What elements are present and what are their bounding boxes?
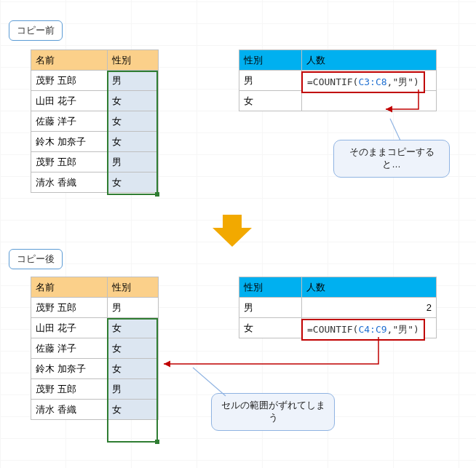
table-row: 茂野 五郎男 (31, 152, 159, 172)
header-name: 名前 (31, 277, 108, 298)
result-male: 2 (302, 298, 437, 318)
formula-suffix: ,"男") (387, 76, 419, 87)
table-row: 清水 香織女 (31, 172, 159, 193)
table-row: 茂野 五郎男 (31, 379, 159, 400)
people-table-after: 名前 性別 茂野 五郎男 山田 花子女 佐藤 洋子女 鈴木 加奈子女 茂野 五郎… (31, 277, 159, 420)
table-row: 鈴木 加奈子女 (31, 359, 159, 379)
tag-before: コピー前 (9, 20, 63, 41)
header-name: 名前 (31, 50, 108, 71)
formula-suffix: ,"男") (387, 324, 419, 335)
table-row: 男2 (239, 298, 437, 318)
table-row: 清水 香織女 (31, 400, 159, 420)
formula-overlay-before: =COUNTIF(C3:C8,"男") (301, 71, 425, 93)
table-row: 山田 花子女 (31, 91, 159, 111)
table-row: 茂野 五郎男 (31, 71, 159, 91)
header-count: 人数 (302, 50, 437, 71)
header-sex: 性別 (239, 50, 302, 71)
header-sex: 性別 (239, 277, 302, 298)
formula-overlay-after: =COUNTIF(C4:C9,"男") (301, 319, 425, 341)
table-row: 茂野 五郎男 (31, 298, 159, 318)
formula-range: C4:C9 (358, 324, 386, 335)
formula-range: C3:C8 (358, 76, 386, 87)
formula-prefix: =COUNTIF( (307, 76, 358, 87)
table-row: 鈴木 加奈子女 (31, 132, 159, 152)
table-row: 佐藤 洋子女 (31, 111, 159, 132)
people-table-before: 名前 性別 茂野 五郎男 山田 花子女 佐藤 洋子女 鈴木 加奈子女 茂野 五郎… (31, 49, 159, 193)
table-row: 佐藤 洋子女 (31, 338, 159, 359)
tag-after: コピー後 (9, 249, 63, 269)
formula-prefix: =COUNTIF( (307, 324, 358, 335)
table-row: 山田 花子女 (31, 318, 159, 338)
table-row: 女 (239, 91, 437, 111)
callout-shift: セルの範囲がずれてしまう (211, 393, 335, 431)
header-sex: 性別 (108, 277, 159, 298)
header-count: 人数 (302, 277, 437, 298)
header-sex: 性別 (108, 50, 159, 71)
callout-copy: そのままコピーすると… (333, 140, 450, 178)
